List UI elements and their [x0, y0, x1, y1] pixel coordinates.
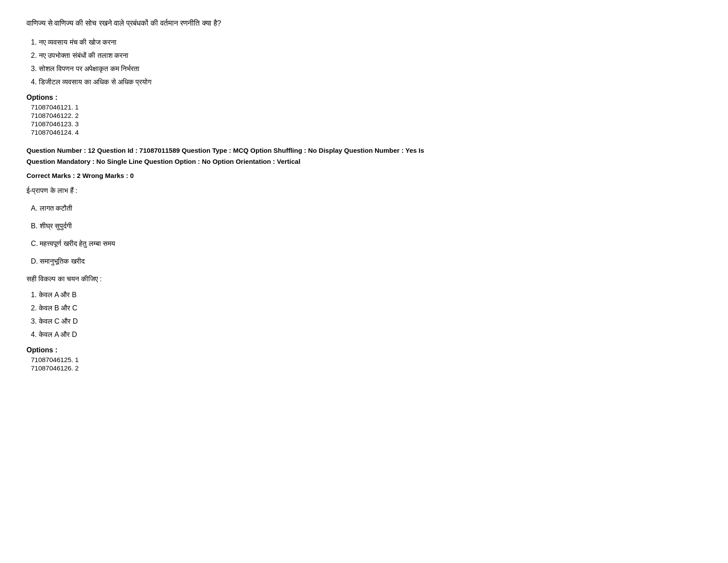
option-id-list-12: 71087046125. 1 71087046126. 2 — [26, 356, 702, 372]
question-11-text: वाणिज्य से वाणिज्य की सोच रखने वाले प्रब… — [26, 18, 702, 29]
option-label-c: C. — [31, 240, 40, 247]
list-item: 2. नए उपभोक्ता संबंधों की तलाश करना — [31, 50, 702, 61]
list-item: 2. केवल B और C — [31, 303, 702, 314]
list-item: 71087046122. 2 — [31, 112, 702, 119]
list-item: 3. सोशल विपणन पर अपेक्षाकृत कम निर्भरता — [31, 64, 702, 74]
list-item: 71087046125. 1 — [31, 356, 702, 363]
option-id-list-11: 71087046121. 1 71087046122. 2 7108704612… — [26, 103, 702, 136]
answer-option-c: C. महत्त्वपूर्ण खरीद हेतु लम्बा समय — [26, 238, 702, 249]
options-label-11: Options : — [26, 94, 702, 102]
list-item: 1. नए व्यवसाय मंच की खोज करना — [31, 37, 702, 48]
answer-option-d: D. समानुभूतिक खरीद — [26, 256, 702, 267]
list-item: 4. डिजीटल व्यवसाय का अधिक से अधिक प्रयोग — [31, 77, 702, 87]
list-item: 4. केवल A और D — [31, 329, 702, 340]
list-item: 71087046121. 1 — [31, 103, 702, 111]
answer-option-b: B. शीघ्र सुपुर्दगी — [26, 221, 702, 231]
list-item: 71087046124. 4 — [31, 128, 702, 136]
list-item: 71087046123. 3 — [31, 120, 702, 128]
question-12-choices: 1. केवल A और B 2. केवल B और C 3. केवल C … — [26, 290, 702, 340]
option-label-a: A. — [31, 204, 40, 212]
list-item: 1. केवल A और B — [31, 290, 702, 300]
options-label-12: Options : — [26, 346, 702, 354]
marks-info-12: Correct Marks : 2 Wrong Marks : 0 — [26, 172, 702, 179]
option-text-b: शीघ्र सुपुर्दगी — [40, 222, 72, 230]
option-text-c: महत्त्वपूर्ण खरीद हेतु लम्बा समय — [40, 240, 115, 247]
question-12-meta: Question Number : 12 Question Id : 71087… — [26, 145, 702, 167]
option-text-a: लागत कटौती — [40, 204, 72, 212]
select-prompt-12: सही विकल्प का चयन कीजिए : — [26, 274, 702, 284]
option-label-d: D. — [31, 257, 40, 265]
question-12-block: Question Number : 12 Question Id : 71087… — [26, 145, 702, 372]
list-item: 71087046126. 2 — [31, 364, 702, 372]
answer-option-a: A. लागत कटौती — [26, 203, 702, 214]
option-label-b: B. — [31, 222, 40, 230]
question-11-options: 1. नए व्यवसाय मंच की खोज करना 2. नए उपभो… — [26, 37, 702, 87]
meta-line-1: Question Number : 12 Question Id : 71087… — [26, 145, 702, 156]
question-11-block: वाणिज्य से वाणिज्य की सोच रखने वाले प्रब… — [26, 18, 702, 136]
list-item: 3. केवल C और D — [31, 316, 702, 327]
option-text-d: समानुभूतिक खरीद — [40, 257, 84, 265]
question-12-body: ई-प्रापण के लाभ हैं : — [26, 185, 702, 196]
meta-line-2: Question Mandatory : No Single Line Ques… — [26, 156, 702, 167]
